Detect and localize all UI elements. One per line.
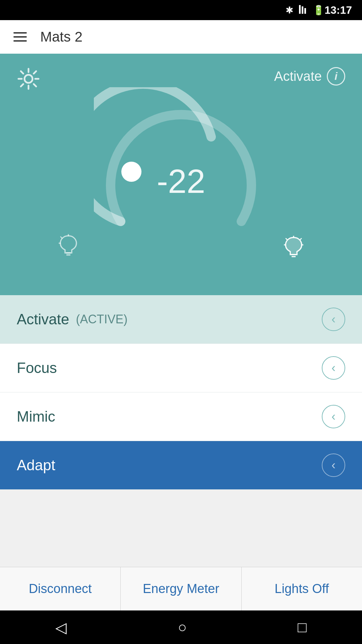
menu-focus-label: Focus	[17, 360, 57, 376]
top-bar: Mats 2	[0, 20, 362, 54]
nav-back-button[interactable]: ◁	[55, 619, 67, 636]
hamburger-line	[13, 32, 27, 34]
activate-chevron-icon: ‹	[331, 312, 336, 326]
gauge-section: Activate i -22	[0, 54, 362, 295]
menu-item-adapt[interactable]: Adapt ‹	[0, 441, 362, 490]
disconnect-button[interactable]: Disconnect	[0, 567, 121, 610]
battery-icon: 🔋	[313, 5, 324, 16]
menu-label-row-activate: Activate (ACTIVE)	[17, 311, 128, 328]
menu-adapt-label: Adapt	[17, 457, 55, 474]
svg-point-3	[24, 75, 33, 83]
bulb-left-icon	[59, 234, 78, 262]
activate-button[interactable]: Activate i	[274, 67, 345, 86]
menu-label-row-mimic: Mimic	[17, 408, 55, 425]
gauge-svg	[94, 87, 268, 262]
status-time: 13:17	[324, 4, 352, 16]
svg-rect-2	[304, 8, 306, 14]
menu-item-focus[interactable]: Focus ‹	[0, 344, 362, 392]
menu-label-row-adapt: Adapt	[17, 457, 55, 474]
energy-meter-button[interactable]: Energy Meter	[121, 567, 241, 610]
menu-activate-sublabel: (ACTIVE)	[76, 312, 128, 326]
status-icons: ✱ 🔋	[286, 4, 324, 16]
mimic-chevron-circle: ‹	[322, 405, 345, 428]
svg-line-14	[300, 238, 301, 240]
menu-item-mimic[interactable]: Mimic ‹	[0, 392, 362, 441]
gauge-dial: -22	[94, 87, 268, 262]
activate-label: Activate	[274, 69, 322, 84]
svg-point-4	[121, 162, 141, 182]
adapt-chevron-icon: ‹	[331, 458, 336, 472]
nav-recent-button[interactable]: □	[298, 619, 307, 636]
info-icon[interactable]: i	[327, 67, 345, 86]
menu-activate-label: Activate	[17, 311, 69, 328]
bulb-right-icon	[284, 236, 303, 263]
svg-rect-0	[299, 5, 301, 14]
hamburger-line	[13, 40, 27, 42]
svg-rect-1	[302, 6, 303, 14]
activate-chevron-circle: ‹	[322, 308, 345, 331]
nav-bar: ◁ ○ □	[0, 610, 362, 644]
menu-mimic-label: Mimic	[17, 408, 55, 425]
bottom-bar: Disconnect Energy Meter Lights Off	[0, 567, 362, 610]
svg-line-9	[61, 237, 62, 238]
app-title: Mats 2	[40, 29, 82, 45]
mimic-chevron-icon: ‹	[331, 410, 336, 424]
adapt-chevron-circle: ‹	[322, 453, 345, 477]
status-bar: ✱ 🔋 13:17	[0, 0, 362, 20]
focus-chevron-circle: ‹	[322, 356, 345, 380]
hamburger-line	[13, 36, 27, 38]
nav-home-button[interactable]: ○	[178, 619, 187, 636]
lights-off-button[interactable]: Lights Off	[242, 567, 362, 610]
menu-button[interactable]	[13, 32, 27, 42]
settings-icon[interactable]	[17, 67, 40, 96]
focus-chevron-icon: ‹	[331, 361, 336, 375]
menu-section: Activate (ACTIVE) ‹ Focus ‹ Mimic ‹ Adap…	[0, 295, 362, 490]
bluetooth-icon: ✱	[286, 5, 293, 16]
menu-item-activate[interactable]: Activate (ACTIVE) ‹	[0, 295, 362, 344]
menu-label-row-focus: Focus	[17, 360, 57, 376]
sim-icon	[298, 4, 308, 16]
svg-line-15	[286, 238, 287, 240]
